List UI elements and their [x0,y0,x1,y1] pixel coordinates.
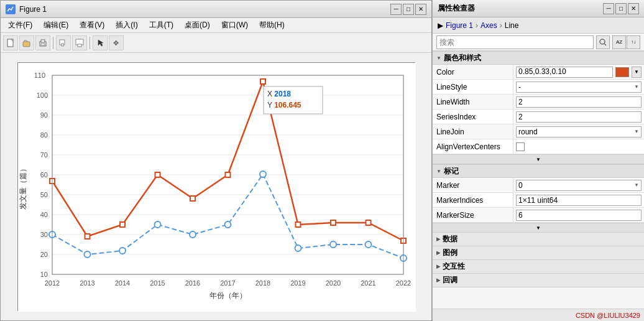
prop-minimize-button[interactable]: ─ [603,3,614,14]
prop-row-seriesindex: SeriesIndex [433,109,644,124]
close-button[interactable]: ✕ [415,4,426,15]
section-triangle-color: ▼ [436,55,441,61]
property-panel: 属性检查器 ─ □ ✕ ▶ Figure 1 › Axes › Line AZ … [432,0,644,321]
prop-maximize-button[interactable]: □ [615,3,627,14]
prop-row-marker: Marker 0 ▼ [433,178,644,193]
property-panel-title: 属性检查器 [438,3,475,14]
color-dropdown-button[interactable]: ▼ [632,67,642,78]
markersize-input[interactable] [516,210,642,221]
prop-name-linejoin: LineJoin [433,124,513,139]
search-button[interactable] [596,35,610,49]
menu-edit[interactable]: 编辑(E) [39,19,73,32]
status-bar: CSDN @LIULIU3429 [433,309,644,321]
svg-text:2021: 2021 [361,279,375,287]
svg-rect-9 [78,44,81,47]
color-swatch[interactable] [615,67,629,77]
svg-rect-39 [190,196,195,201]
svg-text:100: 100 [36,91,47,99]
menu-tools[interactable]: 工具(T) [144,19,178,32]
scroll-down-arrow[interactable]: ▼ [433,154,644,164]
menu-bar: 文件(F) 编辑(E) 查看(V) 插入(I) 工具(T) 桌面(D) 窗口(W… [1,18,431,33]
zoom-out-button[interactable] [72,35,87,50]
property-content: ▼ 颜色和样式 Color 0.85,0.33,0.10 ▼ LineStyle… [433,51,644,309]
sort-alpha-button[interactable]: AZ [612,35,626,49]
svg-text:60: 60 [40,171,47,179]
alignvertex-checkbox[interactable] [516,142,525,151]
svg-text:2013: 2013 [80,279,94,287]
prop-close-button[interactable]: ✕ [628,3,639,14]
section-interactivity[interactable]: ▶ 交互性 [433,260,644,274]
menu-desktop[interactable]: 桌面(D) [180,19,215,32]
menu-view[interactable]: 查看(V) [75,19,109,32]
svg-rect-2 [23,42,30,47]
svg-point-47 [84,251,90,258]
menu-window[interactable]: 窗口(W) [216,19,253,32]
section-interactivity-label: 交互性 [443,261,465,272]
section-callback[interactable]: ▶ 回调 [433,274,644,287]
breadcrumb-figure[interactable]: Figure 1 [446,21,473,30]
section-color-style[interactable]: ▼ 颜色和样式 [433,51,644,65]
svg-text:90: 90 [40,111,47,119]
svg-rect-38 [155,172,160,177]
section-data[interactable]: ▶ 数据 [433,233,644,246]
section-legend[interactable]: ▶ 图例 [433,246,644,260]
prop-row-markersize: MarkerSize [433,208,644,223]
svg-text:50: 50 [40,191,47,198]
print-button[interactable] [35,35,50,50]
open-button[interactable] [19,35,34,50]
search-input[interactable] [436,35,594,49]
svg-text:发文量（篇）: 发文量（篇） [19,165,27,210]
svg-text:10: 10 [40,271,47,278]
breadcrumb-triangle: ▶ [438,21,443,30]
svg-point-55 [365,241,371,248]
svg-text:30: 30 [40,231,47,238]
sort-order-button[interactable]: ↑↓ [627,35,640,49]
new-file-button[interactable] [3,35,18,50]
section-marker-label: 标记 [444,166,459,177]
prop-value-linejoin: round ▼ [513,124,644,139]
breadcrumb-axes[interactable]: Axes [481,21,497,30]
prop-name-markerindices: MarkerIndices [433,193,513,207]
linewidth-input[interactable] [516,96,642,108]
menu-insert[interactable]: 插入(I) [111,19,142,32]
pan-button[interactable]: ✥ [109,35,124,50]
section-legend-label: 图例 [443,248,458,258]
title-bar-left: Figure 1 [6,4,47,14]
marker-dropdown[interactable]: 0 ▼ [516,180,642,191]
scroll-down-arrow-2[interactable]: ▼ [433,223,644,233]
maximize-button[interactable]: □ [403,4,414,15]
svg-text:X 2018: X 2018 [267,90,291,98]
prop-name-linewidth: LineWidth [433,95,513,109]
linestyle-dropdown[interactable]: - ▼ [516,81,642,93]
select-button[interactable] [93,35,108,50]
svg-text:20: 20 [40,251,47,258]
breadcrumb: ▶ Figure 1 › Axes › Line [433,17,644,34]
svg-rect-43 [331,220,336,225]
svg-text:年份（年）: 年份（年） [209,291,246,300]
color-value-input[interactable]: 0.85,0.33,0.10 [516,67,613,78]
menu-help[interactable]: 帮助(H) [254,19,290,32]
seriesindex-input[interactable] [516,111,642,123]
svg-text:40: 40 [40,211,47,218]
section-marker[interactable]: ▼ 标记 [433,164,644,178]
svg-point-54 [330,241,336,248]
svg-point-50 [190,231,196,238]
menu-file[interactable]: 文件(F) [3,19,37,32]
linejoin-dropdown[interactable]: round ▼ [516,126,642,137]
linestyle-arrow: ▼ [634,84,639,90]
marker-arrow: ▼ [634,182,639,188]
svg-text:2020: 2020 [325,279,340,287]
svg-point-52 [260,171,266,177]
prop-row-linewidth: LineWidth [433,95,644,109]
section-callback-triangle: ▶ [436,277,440,283]
markerindices-input[interactable] [516,195,642,206]
zoom-in-button[interactable] [56,35,71,50]
svg-text:✥: ✥ [113,39,119,47]
svg-text:2015: 2015 [150,279,165,287]
svg-rect-36 [85,234,90,239]
section-interactivity-triangle: ▶ [436,264,440,269]
svg-rect-40 [225,172,230,177]
svg-text:2016: 2016 [185,279,200,287]
minimize-button[interactable]: ─ [390,4,402,15]
svg-point-73 [600,39,605,44]
